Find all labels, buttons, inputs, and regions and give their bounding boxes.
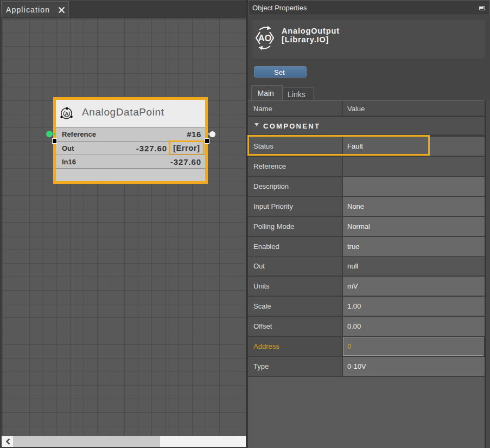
svg-text:A: A: [65, 111, 68, 117]
svg-text:AO: AO: [258, 33, 272, 43]
